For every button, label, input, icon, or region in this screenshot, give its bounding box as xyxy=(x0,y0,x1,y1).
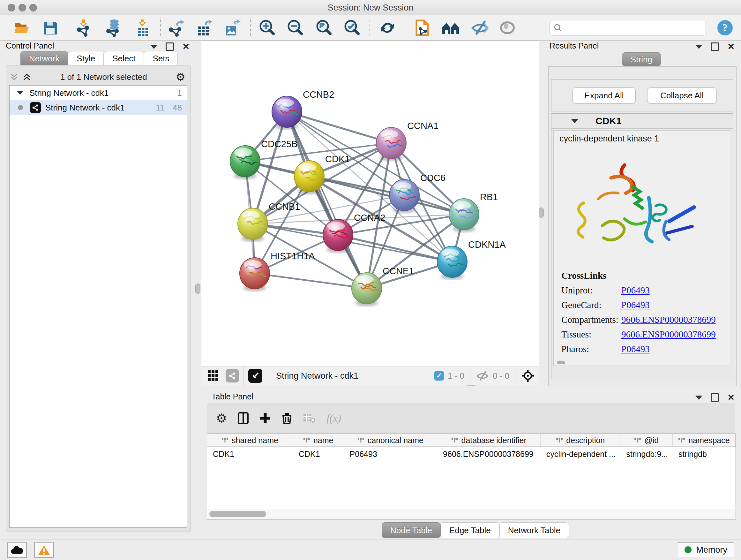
control-panel-float-icon[interactable] xyxy=(165,43,174,51)
help-icon[interactable]: ? xyxy=(716,19,734,37)
right-splitter-handle[interactable] xyxy=(539,207,544,218)
column-header-description[interactable]: description xyxy=(541,434,620,446)
zoom-selected-icon[interactable] xyxy=(343,19,361,37)
network-node[interactable]: HIST1H1A xyxy=(240,251,315,291)
memory-status-dot xyxy=(684,546,691,553)
toolbar-separator xyxy=(68,17,68,37)
control-panel-close-icon[interactable]: ✕ xyxy=(182,44,190,50)
open-session-icon[interactable] xyxy=(13,19,31,37)
table-panel-collapse-icon[interactable] xyxy=(695,395,702,400)
import-network-database-icon[interactable] xyxy=(105,19,123,37)
network-node[interactable]: CCNB1 xyxy=(238,201,300,242)
network-view-name: String Network - cdk1 xyxy=(276,371,358,381)
tab-sets[interactable]: Sets xyxy=(144,51,178,65)
table-options-gear-icon[interactable]: ⚙ xyxy=(216,411,227,425)
mini-scrollbar-thumb[interactable] xyxy=(557,361,565,364)
column-header-namespace[interactable]: namespace xyxy=(673,434,736,446)
expand-all-networks-icon[interactable] xyxy=(22,72,31,82)
fit-selected-crosshair-icon[interactable] xyxy=(521,369,535,382)
left-splitter-handle[interactable] xyxy=(195,284,200,294)
tab-edge-table[interactable]: Edge Table xyxy=(441,522,499,538)
table-body: CDK1CDK1P064939606.ENSP00000378699cyclin… xyxy=(207,447,736,461)
table-header-row: shared namenamecanonical namedatabase id… xyxy=(207,434,736,447)
warnings-button[interactable] xyxy=(34,543,54,558)
cloud-button[interactable] xyxy=(7,543,27,558)
import-table-icon[interactable] xyxy=(134,19,152,37)
table-toolbar: ⚙ f(x) xyxy=(207,403,735,433)
network-edge[interactable] xyxy=(287,112,391,143)
hide-selected-eye-icon[interactable] xyxy=(471,19,489,37)
memory-button[interactable]: Memory xyxy=(678,543,734,557)
save-session-icon[interactable] xyxy=(42,19,59,37)
search-input[interactable] xyxy=(562,23,698,33)
import-network-file-icon[interactable] xyxy=(75,19,92,37)
network-collection-row[interactable]: String Network - cdk1 1 xyxy=(10,85,187,100)
show-home-icon[interactable] xyxy=(442,19,460,37)
crosslink-pharos-link[interactable]: P06493 xyxy=(621,344,650,354)
network-options-gear-icon[interactable]: ⚙ xyxy=(176,71,185,83)
export-network-icon[interactable] xyxy=(167,19,185,37)
control-panel-collapse-icon[interactable] xyxy=(150,45,157,49)
expand-all-button[interactable]: Expand All xyxy=(572,87,636,104)
show-columns-icon[interactable] xyxy=(238,412,249,424)
delete-table-icon[interactable] xyxy=(303,413,316,423)
collapse-all-networks-icon[interactable] xyxy=(9,72,19,82)
table-panel-float-icon[interactable] xyxy=(711,393,719,401)
control-panel-tabs: Network Style Select Sets xyxy=(20,51,178,65)
add-column-icon[interactable] xyxy=(259,413,271,424)
collection-expand-icon[interactable] xyxy=(17,91,23,95)
tab-network[interactable]: Network xyxy=(20,51,68,65)
tab-node-table[interactable]: Node Table xyxy=(382,522,441,538)
tab-style[interactable]: Style xyxy=(68,51,104,65)
collapse-all-button[interactable]: Collapse All xyxy=(647,87,717,104)
crosslink-genecard-link[interactable]: P06493 xyxy=(621,300,650,310)
network-node[interactable]: CDKN1A xyxy=(437,240,506,280)
column-header-database-identifier[interactable]: database identifier xyxy=(437,434,541,446)
crosslink-compartments-link[interactable]: 9606.ENSP00000378699 xyxy=(621,314,716,325)
network-edge[interactable] xyxy=(287,112,367,288)
function-builder-icon[interactable]: f(x) xyxy=(327,413,341,424)
network-node[interactable]: CCNE1 xyxy=(352,266,414,306)
tab-network-table[interactable]: Network Table xyxy=(499,522,569,538)
results-panel-collapse-icon[interactable] xyxy=(695,45,702,49)
birds-eye-view-icon[interactable] xyxy=(248,369,262,383)
column-header-name[interactable]: name xyxy=(293,434,344,446)
network-node-count: 11 xyxy=(156,103,164,113)
apply-layout-icon[interactable] xyxy=(379,19,396,37)
zoom-out-icon[interactable] xyxy=(286,19,305,37)
column-header--id[interactable]: @id xyxy=(620,434,673,446)
control-panel: Control Panel ✕ Network Style Select Set… xyxy=(0,41,195,540)
table-row[interactable]: CDK1CDK1P064939606.ENSP00000378699cyclin… xyxy=(207,447,736,461)
export-table-icon[interactable] xyxy=(195,19,213,37)
zoom-in-icon[interactable] xyxy=(259,19,276,37)
network-node[interactable]: RB1 xyxy=(449,192,498,232)
table-hscroll-thumb[interactable] xyxy=(209,511,266,517)
new-network-from-file-icon[interactable] xyxy=(414,19,431,37)
network-row[interactable]: String Network - cdk1 11 48 xyxy=(10,100,187,115)
window-title: Session: New Session xyxy=(0,3,741,13)
grid-view-icon[interactable] xyxy=(207,370,219,382)
results-panel-float-icon[interactable] xyxy=(711,43,719,51)
crosslink-uniprot-link[interactable]: P06493 xyxy=(621,285,650,296)
network-canvas[interactable]: CCNB2CCNA1CDC25BCDK1CDC6RB1CCNB1CCNA2CDK… xyxy=(201,41,539,367)
export-image-icon[interactable] xyxy=(223,19,241,37)
delete-column-icon[interactable] xyxy=(282,412,292,424)
show-all-eye-icon[interactable] xyxy=(498,19,516,37)
selected-checkbox-icon[interactable]: ✓ xyxy=(434,371,444,381)
tab-string[interactable]: String xyxy=(622,52,661,66)
cloud-icon xyxy=(10,546,23,555)
results-panel-close-icon[interactable]: ✕ xyxy=(727,44,735,50)
table-panel-close-icon[interactable]: ✕ xyxy=(727,394,735,401)
results-panel-title: Results Panel xyxy=(549,41,599,51)
crosslink-tissues-link[interactable]: 9606.ENSP00000378699 xyxy=(621,329,716,340)
network-edge[interactable] xyxy=(255,273,367,288)
tab-select[interactable]: Select xyxy=(104,51,144,65)
node-label: CCNA2 xyxy=(354,212,385,223)
zoom-fit-icon[interactable] xyxy=(315,19,333,37)
column-header-canonical-name[interactable]: canonical name xyxy=(344,434,437,446)
network-node[interactable]: CCNA1 xyxy=(376,121,439,161)
gene-section-header[interactable]: CDK1 xyxy=(551,114,733,129)
gene-collapse-icon[interactable] xyxy=(571,119,578,123)
column-header-shared-name[interactable]: shared name xyxy=(207,434,293,446)
network-share-view-icon[interactable] xyxy=(226,369,239,382)
